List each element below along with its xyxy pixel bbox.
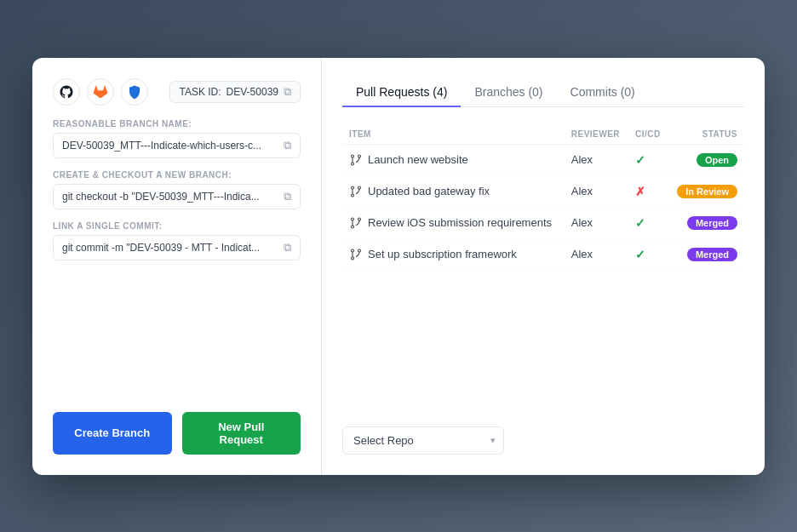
new-pull-request-button[interactable]: New Pull Request bbox=[182, 412, 301, 455]
pr-item-name: Launch new website bbox=[368, 153, 468, 166]
commit-field: git commit -m "DEV-50039 - MTT - Indicat… bbox=[53, 235, 301, 260]
shield-icon bbox=[121, 78, 148, 106]
ci-check-icon: ✓ bbox=[635, 153, 645, 167]
tab-pull-requests[interactable]: Pull Requests (4) bbox=[342, 78, 461, 107]
status-badge: In Review bbox=[677, 185, 737, 198]
table-row: Review iOS submission requirements Alex … bbox=[342, 207, 744, 238]
pr-item-cell: Updated bad gateway fix bbox=[342, 175, 565, 207]
right-panel: Pull Requests (4) Branches (0) Commits (… bbox=[322, 58, 765, 475]
pr-status-cell: Merged bbox=[668, 207, 744, 238]
select-repo-dropdown[interactable]: Select RepoRepo ARepo BRepo C bbox=[342, 426, 504, 455]
pr-item-name: Updated bad gateway fix bbox=[368, 185, 490, 197]
branch-name-section: REASONABLE BRANCH NAME: DEV-50039_MTT---… bbox=[53, 119, 301, 170]
pr-cicd-cell: ✓ bbox=[628, 144, 668, 175]
ci-check-icon: ✓ bbox=[635, 216, 645, 230]
task-id-box: TASK ID: DEV-50039 ⧉ bbox=[169, 81, 301, 103]
status-badge: Open bbox=[697, 153, 737, 167]
table-row: Updated bad gateway fix Alex ✗ In Review bbox=[342, 175, 744, 207]
pr-reviewer-cell: Alex bbox=[565, 144, 628, 175]
col-reviewer: REVIEWER bbox=[565, 124, 628, 145]
pr-item-name: Review iOS submission requirements bbox=[368, 216, 552, 229]
tab-branches[interactable]: Branches (0) bbox=[461, 78, 556, 107]
copy-checkout-icon[interactable]: ⧉ bbox=[284, 190, 291, 203]
branch-name-value: DEV-50039_MTT---Indicate-which-users-c..… bbox=[62, 140, 278, 152]
pr-status-cell: Merged bbox=[668, 238, 744, 270]
gitlab-icon bbox=[87, 78, 114, 106]
checkout-section: CREATE & CHECKOUT A NEW BRANCH: git chec… bbox=[53, 170, 301, 221]
select-repo-row: Select RepoRepo ARepo BRepo C ▾ bbox=[342, 426, 744, 455]
task-id-value: DEV-50039 bbox=[226, 86, 278, 98]
commit-value: git commit -m "DEV-50039 - MTT - Indicat… bbox=[62, 242, 278, 254]
ci-check-icon: ✓ bbox=[635, 248, 645, 261]
github-icon bbox=[53, 78, 80, 106]
ci-cross-icon: ✗ bbox=[635, 185, 645, 198]
table-row: Set up subscription framework Alex ✓ Mer… bbox=[342, 238, 744, 270]
pr-reviewer-cell: Alex bbox=[565, 238, 628, 270]
checkout-field: git checkout -b "DEV-50039_MTT---Indica.… bbox=[53, 184, 301, 209]
pr-item-cell: Review iOS submission requirements bbox=[342, 207, 565, 238]
tab-commits-label: Commits (0) bbox=[571, 85, 635, 99]
checkout-value: git checkout -b "DEV-50039_MTT---Indica.… bbox=[62, 191, 278, 203]
modal-dialog: TASK ID: DEV-50039 ⧉ REASONABLE BRANCH N… bbox=[32, 58, 765, 475]
pr-item-cell: Set up subscription framework bbox=[342, 238, 565, 270]
table-row: Launch new website Alex ✓ Open bbox=[342, 144, 744, 175]
pull-requests-table: ITEM REVIEWER CI/CD STATUS Launch new we… bbox=[342, 124, 744, 271]
icons-and-task-row: TASK ID: DEV-50039 ⧉ bbox=[53, 78, 301, 106]
pr-cicd-cell: ✓ bbox=[628, 207, 668, 238]
left-buttons: Create Branch New Pull Request bbox=[53, 412, 301, 455]
pr-reviewer-cell: Alex bbox=[565, 175, 628, 207]
status-badge: Merged bbox=[687, 248, 737, 261]
pr-cicd-cell: ✗ bbox=[628, 175, 668, 207]
tab-commits[interactable]: Commits (0) bbox=[557, 78, 649, 107]
col-item: ITEM bbox=[342, 124, 565, 145]
copy-commit-icon[interactable]: ⧉ bbox=[284, 241, 291, 255]
copy-branch-name-icon[interactable]: ⧉ bbox=[284, 139, 291, 152]
commit-section: LINK A SINGLE COMMIT: git commit -m "DEV… bbox=[53, 221, 301, 272]
copy-task-id-icon[interactable]: ⧉ bbox=[284, 85, 291, 99]
commit-label: LINK A SINGLE COMMIT: bbox=[53, 221, 301, 231]
pr-item-name: Set up subscription framework bbox=[368, 248, 517, 260]
pr-item-cell: Launch new website bbox=[342, 144, 565, 175]
pr-cicd-cell: ✓ bbox=[628, 238, 668, 270]
pr-reviewer-cell: Alex bbox=[565, 207, 628, 238]
col-status: STATUS bbox=[668, 124, 744, 145]
branch-name-label: REASONABLE BRANCH NAME: bbox=[53, 119, 301, 129]
create-branch-button[interactable]: Create Branch bbox=[53, 412, 172, 455]
status-badge: Merged bbox=[687, 216, 737, 230]
left-panel: TASK ID: DEV-50039 ⧉ REASONABLE BRANCH N… bbox=[32, 58, 322, 475]
pr-status-cell: Open bbox=[668, 144, 744, 175]
branch-name-field: DEV-50039_MTT---Indicate-which-users-c..… bbox=[53, 133, 301, 158]
col-cicd: CI/CD bbox=[628, 124, 668, 145]
tab-branches-label: Branches (0) bbox=[474, 85, 542, 99]
tab-pr-label: Pull Requests (4) bbox=[356, 85, 447, 99]
task-id-label: TASK ID: bbox=[179, 86, 221, 98]
select-repo-wrapper: Select RepoRepo ARepo BRepo C ▾ bbox=[342, 426, 504, 455]
checkout-label: CREATE & CHECKOUT A NEW BRANCH: bbox=[53, 170, 301, 180]
tabs-row: Pull Requests (4) Branches (0) Commits (… bbox=[342, 78, 744, 107]
pr-status-cell: In Review bbox=[668, 175, 744, 207]
